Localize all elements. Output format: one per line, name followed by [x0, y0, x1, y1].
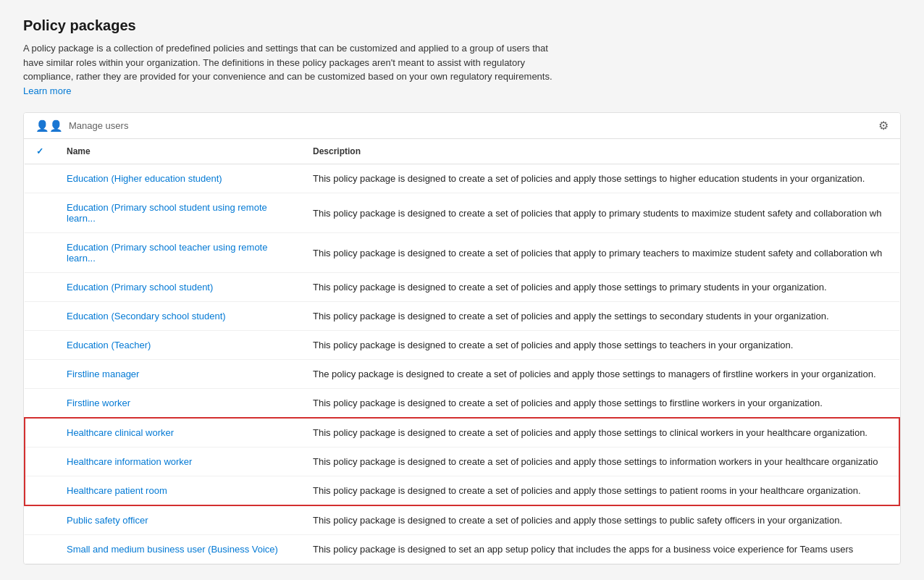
row-description: The policy package is designed to create… [301, 360, 899, 389]
row-name-link[interactable]: Education (Primary school student) [67, 282, 213, 293]
row-name-link[interactable]: Education (Higher education student) [67, 173, 222, 184]
row-checkbox[interactable] [25, 273, 55, 302]
page-description: A policy package is a collection of pred… [23, 41, 559, 98]
row-name: Firstline worker [55, 389, 301, 419]
row-description: This policy package is designed to creat… [301, 164, 899, 193]
row-checkbox[interactable] [25, 331, 55, 360]
row-checkbox[interactable] [25, 164, 55, 193]
table-row: Firstline workerThis policy package is d… [25, 389, 899, 419]
row-checkbox[interactable] [25, 193, 55, 233]
name-column-header: Name [55, 139, 301, 164]
table-row: Public safety officerThis policy package… [25, 505, 899, 535]
row-name: Education (Higher education student) [55, 164, 301, 193]
description-column-header: Description [301, 139, 899, 164]
row-name: Education (Secondary school student) [55, 302, 301, 331]
table-row: Healthcare clinical workerThis policy pa… [25, 418, 899, 447]
toolbar: 👤👤 Manage users ⚙ [24, 113, 900, 139]
row-name-link[interactable]: Public safety officer [67, 515, 148, 526]
row-name-link[interactable]: Small and medium business user (Business… [67, 544, 278, 555]
row-description: This policy package is designed to creat… [301, 447, 899, 476]
row-name-link[interactable]: Healthcare clinical worker [67, 427, 174, 438]
description-text: A policy package is a collection of pred… [23, 43, 553, 82]
table-row: Small and medium business user (Business… [25, 535, 899, 564]
row-checkbox[interactable] [25, 418, 55, 447]
table-row: Healthcare information workerThis policy… [25, 447, 899, 476]
row-name: Education (Primary school teacher using … [55, 233, 301, 273]
row-name-link[interactable]: Education (Secondary school student) [67, 311, 226, 321]
table-row: Education (Higher education student)This… [25, 164, 899, 193]
row-name-link[interactable]: Education (Teacher) [67, 340, 151, 350]
row-description: This policy package is designed to creat… [301, 331, 899, 360]
row-name-link[interactable]: Firstline worker [67, 398, 130, 408]
row-name-link[interactable]: Firstline manager [67, 369, 139, 379]
row-description: This policy package is designed to creat… [301, 476, 899, 506]
settings-icon[interactable]: ⚙ [878, 119, 889, 133]
manage-users-label[interactable]: Manage users [69, 120, 128, 131]
row-checkbox[interactable] [25, 360, 55, 389]
row-description: This policy package is designed to creat… [301, 389, 899, 419]
row-name-link[interactable]: Education (Primary school teacher using … [67, 242, 267, 264]
row-description: This policy package is designed to creat… [301, 418, 899, 447]
policy-packages-table: ✓ Name Description Education (Higher edu… [24, 139, 900, 564]
row-name-link[interactable]: Education (Primary school student using … [67, 202, 267, 224]
table-row: Education (Primary school student using … [25, 193, 899, 233]
learn-more-link[interactable]: Learn more [23, 85, 71, 96]
table-body: Education (Higher education student)This… [25, 164, 899, 564]
page-container: Policy packages A policy package is a co… [0, 0, 924, 580]
row-checkbox[interactable] [25, 447, 55, 476]
table-row: Education (Secondary school student)This… [25, 302, 899, 331]
table-row: Education (Teacher)This policy package i… [25, 331, 899, 360]
row-checkbox[interactable] [25, 302, 55, 331]
table-header-row: ✓ Name Description [25, 139, 899, 164]
row-name-link[interactable]: Healthcare patient room [67, 485, 167, 496]
row-checkbox[interactable] [25, 476, 55, 506]
row-description: This policy package is designed to creat… [301, 193, 899, 233]
check-icon: ✓ [36, 146, 43, 156]
row-checkbox[interactable] [25, 233, 55, 273]
row-checkbox[interactable] [25, 389, 55, 419]
row-name: Education (Teacher) [55, 331, 301, 360]
row-checkbox[interactable] [25, 505, 55, 535]
table-container: 👤👤 Manage users ⚙ ✓ Name Description Edu… [23, 112, 901, 565]
row-description: This policy package is designed to creat… [301, 505, 899, 535]
row-description: This policy package is designed to creat… [301, 233, 899, 273]
table-row: Education (Primary school teacher using … [25, 233, 899, 273]
check-column-header: ✓ [25, 139, 55, 164]
table-row: Firstline managerThe policy package is d… [25, 360, 899, 389]
page-title: Policy packages [23, 17, 901, 34]
row-name-link[interactable]: Healthcare information worker [67, 456, 192, 467]
row-checkbox[interactable] [25, 535, 55, 564]
manage-users-icon: 👤👤 [35, 119, 63, 133]
row-name: Education (Primary school student using … [55, 193, 301, 233]
row-name: Small and medium business user (Business… [55, 535, 301, 564]
row-name: Healthcare patient room [55, 476, 301, 506]
table-row: Education (Primary school student)This p… [25, 273, 899, 302]
row-name: Firstline manager [55, 360, 301, 389]
row-description: This policy package is designed to creat… [301, 302, 899, 331]
table-row: Healthcare patient roomThis policy packa… [25, 476, 899, 506]
row-name: Healthcare information worker [55, 447, 301, 476]
row-description: This policy package is designed to set a… [301, 535, 899, 564]
row-name: Healthcare clinical worker [55, 418, 301, 447]
row-name: Education (Primary school student) [55, 273, 301, 302]
row-description: This policy package is designed to creat… [301, 273, 899, 302]
toolbar-left: 👤👤 Manage users [35, 119, 128, 133]
row-name: Public safety officer [55, 505, 301, 535]
